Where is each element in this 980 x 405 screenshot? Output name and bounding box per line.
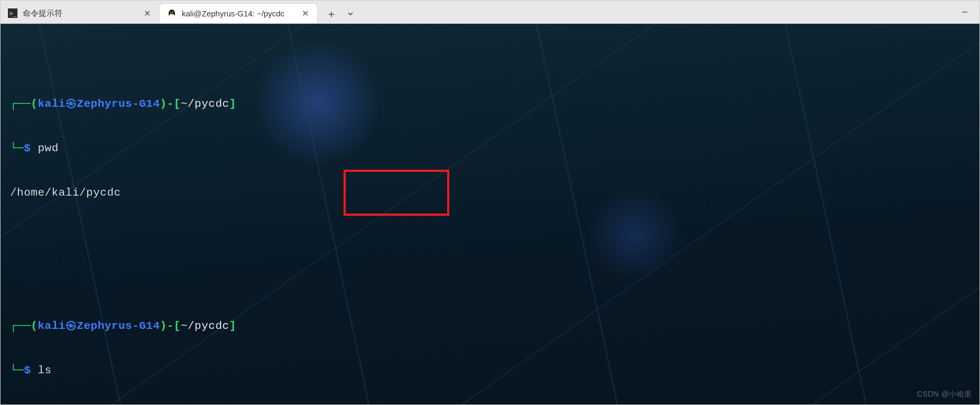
close-icon[interactable]: ✕: [300, 9, 310, 19]
svg-point-5: [170, 12, 171, 13]
svg-point-4: [171, 13, 173, 15]
tab-cmd[interactable]: >_ 命令提示符 ✕: [1, 3, 159, 23]
tux-icon: [167, 9, 177, 19]
tab-title-cmd: 命令提示符: [23, 8, 137, 19]
minimize-icon: [961, 9, 968, 15]
cmd-pwd: pwd: [38, 141, 58, 156]
svg-point-6: [172, 12, 173, 13]
new-tab-button[interactable]: ＋: [322, 4, 341, 23]
terminal-pane[interactable]: ┌──(kali㉿Zephyrus-G14)-[~/pycdc] └─$ pwd…: [1, 24, 979, 404]
cmd-icon: >_: [8, 8, 17, 18]
title-bar: >_ 命令提示符 ✕ kali@Zephyrus-G14: ~/pycdc ✕ …: [1, 1, 979, 24]
tab-strip: >_ 命令提示符 ✕ kali@Zephyrus-G14: ~/pycdc ✕ …: [1, 1, 360, 23]
tab-kali[interactable]: kali@Zephyrus-G14: ~/pycdc ✕: [159, 3, 318, 23]
minimize-button[interactable]: [950, 1, 979, 23]
cmd-ls: ls: [38, 363, 51, 378]
tab-dropdown-button[interactable]: [341, 4, 360, 23]
terminal-content: ┌──(kali㉿Zephyrus-G14)-[~/pycdc] └─$ pwd…: [10, 38, 970, 404]
window-controls: [950, 1, 979, 23]
output-pwd: /home/kali/pycdc: [10, 186, 970, 200]
chevron-down-icon: [347, 11, 354, 17]
watermark: CSDN @小哈里: [917, 386, 972, 401]
close-icon[interactable]: ✕: [142, 8, 152, 18]
tab-title-kali: kali@Zephyrus-G14: ~/pycdc: [182, 9, 295, 18]
svg-text:>_: >_: [10, 10, 17, 17]
